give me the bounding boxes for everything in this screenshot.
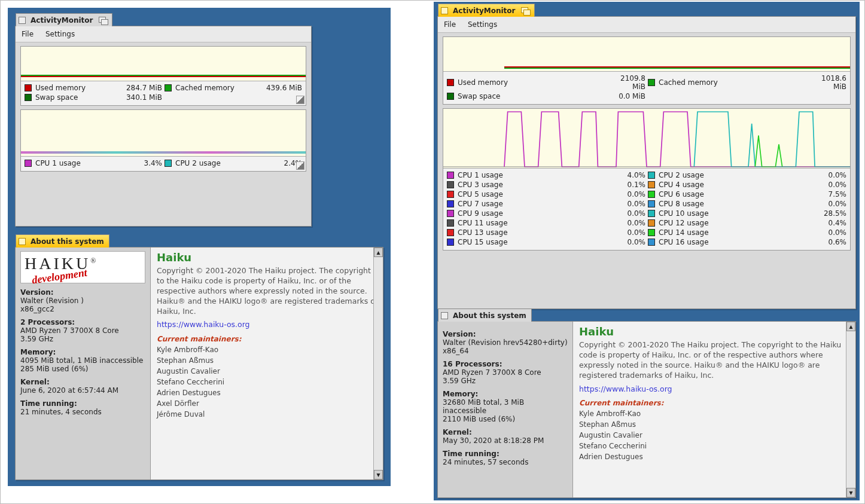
- maintainer: Kyle Ambroff-Kao: [157, 344, 378, 355]
- swatch: [648, 191, 655, 198]
- label-used: Used memory: [458, 78, 606, 87]
- cpu-label: CPU 16 usage: [659, 238, 811, 246]
- cpu-label: CPU 10 usage: [659, 209, 811, 218]
- menubar: File Settings: [438, 17, 855, 33]
- kernel-heading: Kernel:: [443, 428, 568, 436]
- swatch: [648, 219, 655, 227]
- scroll-up-icon[interactable]: ▴: [374, 248, 383, 257]
- memory-legend: Used memory 284.7 MiB Cached memory 439.…: [21, 81, 306, 105]
- memory-heading: Memory:: [20, 348, 145, 356]
- swatch: [648, 210, 655, 217]
- cpu-value: 0.0%: [612, 228, 645, 237]
- label-cached: Cached memory: [659, 78, 807, 87]
- cpu-value: 0.0%: [612, 209, 645, 218]
- maintainers-list: Kyle Ambroff-KaoStephan AßmusAugustin Ca…: [579, 408, 851, 462]
- zoom-icon[interactable]: [99, 17, 107, 24]
- cpu-label: CPU 1 usage: [458, 171, 610, 179]
- cpu-graph: [21, 110, 306, 157]
- cpu-value: 3.4%: [125, 159, 162, 167]
- cpu-graph-block: CPU 1 usage3.4%CPU 2 usage2.4%: [20, 109, 306, 172]
- cpu-graph-block: CPU 1 usage4.0%CPU 2 usage0.0%CPU 3 usag…: [443, 108, 851, 251]
- processors-heading: 16 Processors:: [443, 360, 568, 368]
- titlebar[interactable]: About this system: [16, 234, 109, 248]
- swatch: [447, 181, 454, 188]
- swatch: [447, 200, 454, 207]
- resize-handle-icon[interactable]: [296, 96, 304, 104]
- menu-file[interactable]: File: [18, 29, 39, 39]
- about-sidebar: Version: Walter (Revision hrev54280+dirt…: [438, 322, 573, 497]
- chart-line-cached: [504, 68, 850, 69]
- scrollbar[interactable]: ▴ ▾: [373, 248, 383, 479]
- swatch: [648, 200, 655, 207]
- memory-total: 32680 MiB total, 3 MiB inaccessible: [443, 398, 568, 415]
- swatch: [447, 172, 454, 179]
- cpu-value: 0.0%: [813, 228, 846, 237]
- maintainer: Jérôme Duval: [157, 409, 378, 420]
- menu-file[interactable]: File: [440, 19, 462, 30]
- menu-settings[interactable]: Settings: [42, 29, 81, 39]
- cpu-label: CPU 1 usage: [35, 159, 123, 167]
- maintainer: Axel Dörfler: [157, 398, 378, 409]
- swatch: [447, 239, 454, 246]
- close-icon[interactable]: [19, 238, 26, 245]
- memory-used: 2110 MiB used (6%): [443, 415, 568, 423]
- memory-used: 285 MiB used (6%): [20, 365, 145, 373]
- memory-legend: Used memory 2109.8 MiB Cached memory 101…: [443, 72, 850, 104]
- maintainers-list: Kyle Ambroff-KaoStephan AßmusAugustin Ca…: [157, 344, 378, 420]
- resize-handle-icon[interactable]: [296, 161, 304, 170]
- processors-freq: 3.59 GHz: [443, 377, 568, 385]
- cpu-value: 0.6%: [813, 238, 846, 246]
- swatch: [648, 239, 655, 246]
- cpu-label: CPU 2 usage: [175, 159, 263, 167]
- processors-line: AMD Ryzen 7 3700X 8 Core: [443, 368, 568, 377]
- cpu-label: CPU 4 usage: [659, 181, 811, 189]
- maintainer: Adrien Destugues: [157, 387, 378, 398]
- titlebar[interactable]: ActivityMonitor: [438, 4, 535, 17]
- swatch: [447, 210, 454, 217]
- maintainers-heading: Current maintainers:: [579, 399, 851, 407]
- close-icon[interactable]: [441, 7, 448, 14]
- right-desktop: ActivityMonitor File Settings Used memor…: [434, 2, 860, 500]
- memory-total: 4095 MiB total, 1 MiB inaccessible: [20, 356, 145, 365]
- menu-settings[interactable]: Settings: [464, 19, 503, 30]
- version-arch: x86_gcc2: [20, 305, 145, 313]
- about-content: Haiku Copyright © 2001-2020 The Haiku pr…: [573, 322, 855, 497]
- scroll-up-icon[interactable]: ▴: [846, 322, 855, 331]
- scrollbar[interactable]: ▴ ▾: [846, 322, 855, 497]
- cpu-label: CPU 11 usage: [458, 219, 610, 227]
- cpu-value: 0.0%: [813, 200, 846, 208]
- cpu-graph: [443, 109, 850, 169]
- processors-freq: 3.59 GHz: [20, 335, 145, 343]
- close-icon[interactable]: [19, 17, 26, 24]
- memory-graph-block: Used memory 284.7 MiB Cached memory 439.…: [20, 46, 306, 106]
- maintainer: Stephan Aßmus: [157, 355, 378, 366]
- swatch: [447, 229, 454, 236]
- cpu-value: 4.0%: [612, 171, 645, 179]
- label-swap: Swap space: [458, 92, 606, 100]
- swatch: [648, 172, 655, 179]
- titlebar[interactable]: ActivityMonitor: [16, 13, 112, 26]
- cpu-value: 0.0%: [612, 190, 645, 198]
- titlebar[interactable]: About this system: [438, 308, 532, 322]
- swatch-used: [447, 79, 454, 86]
- website-link[interactable]: https://www.haiku-os.org: [579, 384, 672, 393]
- scroll-down-icon[interactable]: ▾: [374, 470, 383, 479]
- zoom-icon[interactable]: [521, 7, 529, 14]
- left-desktop: ActivityMonitor File Settings Used memor…: [8, 8, 391, 486]
- memory-graph: [443, 37, 850, 72]
- maintainer: Kyle Ambroff-Kao: [579, 408, 851, 419]
- cpu-legend: CPU 1 usage3.4%CPU 2 usage2.4%: [21, 157, 306, 171]
- cpu-label: CPU 5 usage: [458, 190, 610, 198]
- maintainer: Stephan Aßmus: [579, 419, 851, 430]
- copyright-text: Copyright © 2001-2020 The Haiku project.…: [579, 340, 851, 381]
- website-link[interactable]: https://www.haiku-os.org: [157, 320, 250, 329]
- chart-line-cached: [21, 75, 306, 76]
- swatch: [447, 219, 454, 227]
- scroll-down-icon[interactable]: ▾: [846, 488, 855, 497]
- maintainers-heading: Current maintainers:: [157, 335, 378, 343]
- cpu-label: CPU 13 usage: [458, 228, 610, 237]
- cpu-value: 0.0%: [813, 171, 846, 179]
- swatch: [447, 191, 454, 198]
- close-icon[interactable]: [441, 312, 448, 319]
- swatch-swap: [447, 93, 454, 100]
